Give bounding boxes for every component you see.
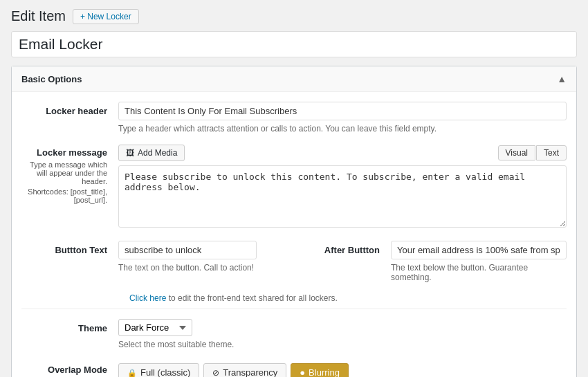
locker-header-hint: Type a header which attracts attention o… <box>118 124 567 134</box>
after-button-input[interactable] <box>391 241 567 259</box>
click-here-link[interactable]: Click here <box>129 293 166 303</box>
text-tab[interactable]: Text <box>536 145 567 160</box>
button-text-hint: The text on the button. Call to action! <box>118 263 294 273</box>
overlap-mode-buttons: Full (classic) Transparency ● Blurring <box>118 363 567 377</box>
click-here-suffix: to edit the front-end text shared for al… <box>166 293 337 303</box>
new-locker-button[interactable]: + New Locker <box>73 9 139 24</box>
item-name-input[interactable] <box>11 31 577 57</box>
basic-options-panel: Basic Options ▲ Locker header Type a hea… <box>11 66 577 377</box>
blurring-icon: ● <box>300 367 305 377</box>
no-lock-icon <box>212 368 219 378</box>
panel-header: Basic Options ▲ <box>12 66 576 92</box>
after-button-hint: The text below the button. Guarantee som… <box>391 263 567 282</box>
click-here-row: Click here to edit the front-end text sh… <box>21 293 567 303</box>
add-media-button[interactable]: 🖼 Add Media <box>118 145 185 161</box>
theme-field: Dark Force Light Theme Classic Modern Se… <box>118 319 567 349</box>
locker-header-field: Type a header which attracts attention o… <box>118 102 567 134</box>
transparency-label: Transparency <box>223 367 277 377</box>
theme-row: Theme Dark Force Light Theme Classic Mod… <box>21 319 567 349</box>
theme-hint: Select the most suitable theme. <box>118 340 567 349</box>
button-text-field: The text on the button. Call to action! <box>118 241 294 273</box>
overlap-mode-label: Overlap Mode <box>21 360 118 375</box>
theme-label: Theme <box>21 319 118 333</box>
transparency-button[interactable]: Transparency <box>203 363 286 377</box>
locker-header-input[interactable] <box>118 102 567 120</box>
blurring-button[interactable]: ● Blurring <box>291 363 349 377</box>
button-text-input[interactable] <box>118 241 257 259</box>
panel-title: Basic Options <box>21 74 82 84</box>
locker-header-label: Locker header <box>21 102 118 116</box>
after-button-label: After Buttton <box>294 241 391 255</box>
full-classic-label: Full (classic) <box>140 367 190 377</box>
button-text-section: Buttton Text The text on the button. Cal… <box>21 241 294 273</box>
locker-message-shortcodes: Shortcodes: [post_title], [post_url]. <box>21 187 107 204</box>
lock-icon <box>127 368 137 378</box>
full-classic-button[interactable]: Full (classic) <box>118 363 199 377</box>
overlap-mode-row: Overlap Mode Full (classic) Transparency… <box>21 360 567 377</box>
add-media-label: Add Media <box>138 148 177 158</box>
panel-body: Locker header Type a header which attrac… <box>12 92 576 377</box>
blurring-label: Blurring <box>309 367 340 377</box>
visual-tab[interactable]: Visual <box>498 145 535 160</box>
locker-message-sublabel: Type a message which will appear under t… <box>21 160 107 185</box>
page-title: Edit Item <box>11 8 66 24</box>
after-button-field: The text below the button. Guarantee som… <box>391 241 567 282</box>
media-icon: 🖼 <box>126 148 134 158</box>
media-toolbar: 🖼 Add Media Visual Text <box>118 145 567 161</box>
theme-select[interactable]: Dark Force Light Theme Classic Modern <box>118 319 192 336</box>
locker-message-textarea[interactable]: Please subscribe to unlock this content.… <box>118 165 567 228</box>
locker-message-field: 🖼 Add Media Visual Text Please subscribe… <box>118 145 567 230</box>
view-tabs: Visual Text <box>498 145 567 160</box>
button-row: Buttton Text The text on the button. Cal… <box>21 241 567 282</box>
after-button-section: After Buttton The text below the button.… <box>294 241 567 282</box>
overlap-mode-field: Full (classic) Transparency ● Blurring <box>118 360 567 377</box>
panel-toggle-icon[interactable]: ▲ <box>557 73 567 84</box>
locker-message-row: Locker message Type a message which will… <box>21 145 567 230</box>
locker-message-label: Locker message <box>21 147 107 158</box>
button-text-label: Buttton Text <box>21 241 118 255</box>
locker-header-row: Locker header Type a header which attrac… <box>21 102 567 134</box>
